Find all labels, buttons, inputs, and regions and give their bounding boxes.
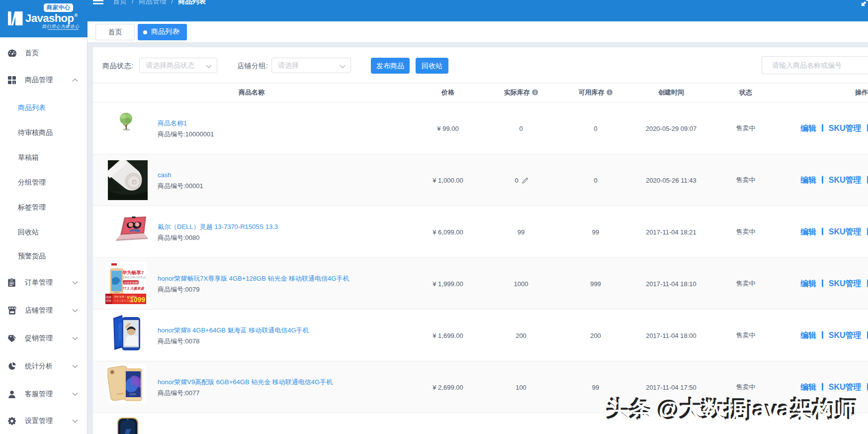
svg-text:特价: 特价 (106, 296, 112, 299)
svg-text:全网通 2GB+16GB 金色版: 全网通 2GB+16GB 金色版 (122, 276, 146, 279)
svg-text:77.1 大惠来袭: 77.1 大惠来袭 (122, 286, 145, 291)
svg-text:i: i (609, 90, 610, 95)
svg-text:天天特价抢购中: 天天特价抢购中 (121, 281, 141, 285)
svg-text:1099: 1099 (130, 296, 145, 304)
svg-text:1000: 1000 (129, 393, 136, 396)
svg-text:华为畅享7: 华为畅享7 (122, 270, 144, 275)
svg-text:狂欢: 狂欢 (106, 299, 112, 302)
svg-text:¥: ¥ (127, 296, 129, 300)
svg-text:i: i (534, 90, 536, 95)
